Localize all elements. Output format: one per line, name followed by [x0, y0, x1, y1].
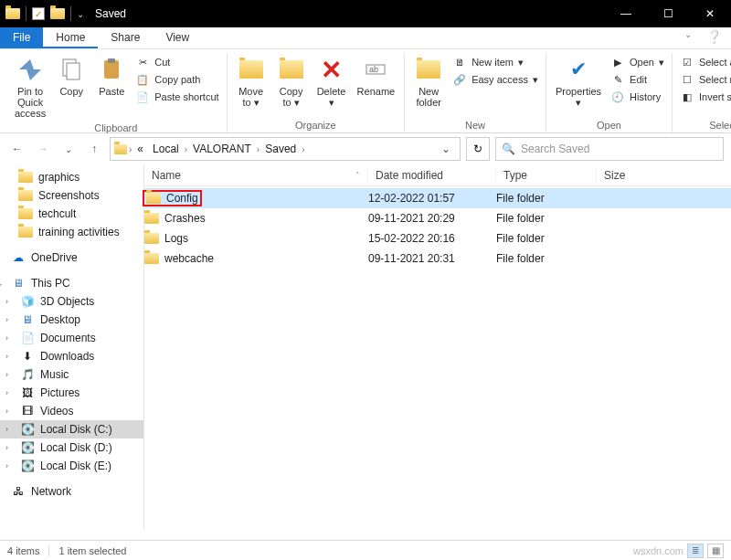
back-button[interactable]: ←: [7, 139, 27, 159]
separator: [26, 6, 26, 21]
file-row[interactable]: Crashes 09-11-2021 20:29 File folder: [144, 208, 731, 228]
sidebar-item-local-disk-e[interactable]: ›💽Local Disk (E:): [0, 457, 143, 475]
search-box[interactable]: 🔍 Search Saved: [495, 137, 724, 161]
edit-button[interactable]: ✎Edit: [610, 72, 664, 87]
new-item-icon: 🗎: [452, 55, 467, 69]
sidebar-item-graphics[interactable]: graphics: [0, 168, 143, 186]
breadcrumb-item[interactable]: Saved: [261, 143, 300, 155]
select-all-button[interactable]: ☑Select all: [680, 55, 731, 69]
main-area: graphics Screenshots techcult training a…: [0, 164, 731, 530]
history-button[interactable]: 🕘History: [610, 90, 664, 104]
status-selected-count: 1 item selected: [58, 545, 126, 556]
column-type[interactable]: Type: [496, 169, 597, 182]
details-view-button[interactable]: ≣: [687, 544, 704, 558]
properties-button[interactable]: ✔ Properties ▾: [550, 53, 607, 111]
edit-icon: ✎: [610, 72, 625, 87]
sidebar-item-documents[interactable]: ›📄Documents: [0, 329, 143, 347]
address-dropdown-icon[interactable]: ⌄: [436, 143, 456, 155]
share-tab[interactable]: Share: [98, 27, 153, 48]
paste-button[interactable]: Paste: [91, 53, 132, 99]
paste-shortcut-button[interactable]: 📄Paste shortcut: [135, 90, 218, 104]
sidebar-item-network[interactable]: ›🖧Network: [0, 482, 143, 501]
view-tab[interactable]: View: [153, 27, 202, 48]
new-folder-button[interactable]: New folder: [408, 53, 449, 110]
column-size[interactable]: Size: [597, 169, 688, 182]
up-button[interactable]: ↑: [84, 139, 104, 159]
sidebar-item-downloads[interactable]: ›⬇Downloads: [0, 347, 143, 365]
group-label: New: [465, 118, 485, 132]
sidebar-item-local-disk-d[interactable]: ›💽Local Disk (D:): [0, 438, 143, 457]
pictures-icon: 🖼: [20, 386, 35, 399]
address-bar[interactable]: › « Local› VALORANT› Saved› ⌄: [110, 137, 461, 161]
qa-checkbox-icon[interactable]: ✓: [32, 7, 45, 20]
sidebar-item-this-pc[interactable]: ⌄🖥This PC: [0, 274, 143, 292]
file-row[interactable]: webcache 09-11-2021 20:31 File folder: [144, 248, 731, 269]
videos-icon: 🎞: [20, 405, 35, 417]
group-select: ☑Select all ☐Select none ◧Invert selecti…: [673, 53, 731, 132]
chevron-down-icon[interactable]: ⌄: [0, 279, 5, 288]
file-tab[interactable]: File: [0, 27, 43, 48]
group-organize: Move to ▾ Copy to ▾ ✕ Delete ▾ ab Rename…: [228, 53, 406, 132]
column-headers[interactable]: Name˄ Date modified Type Size: [144, 164, 731, 186]
forward-button[interactable]: →: [33, 139, 53, 159]
file-row[interactable]: Config 12-02-2022 01:57 File folder: [144, 188, 731, 208]
qa-chevron-icon[interactable]: ⌄: [77, 9, 84, 19]
pin-to-quick-access-button[interactable]: Pin to Quick access: [9, 53, 51, 121]
maximize-button[interactable]: ☐: [647, 0, 689, 27]
select-none-button[interactable]: ☐Select none: [680, 72, 731, 87]
svg-rect-2: [67, 63, 79, 79]
copy-button[interactable]: Copy: [51, 53, 91, 99]
chevron-right-icon[interactable]: ›: [0, 253, 5, 262]
refresh-button[interactable]: ↻: [466, 137, 490, 161]
rename-button[interactable]: ab Rename: [352, 53, 401, 99]
sidebar-item-onedrive[interactable]: ›☁OneDrive: [0, 248, 143, 267]
sidebar-item-desktop[interactable]: ›🖥Desktop: [0, 311, 143, 329]
crumb-ellipsis[interactable]: «: [133, 143, 147, 155]
group-label: Organize: [295, 118, 336, 132]
invert-selection-button[interactable]: ◧Invert selection: [680, 90, 731, 104]
easy-access-icon: 🔗: [452, 72, 467, 87]
sidebar-item-pictures[interactable]: ›🖼Pictures: [0, 384, 143, 402]
column-date[interactable]: Date modified: [368, 169, 496, 182]
copy-to-icon: [277, 55, 306, 84]
copy-path-button[interactable]: 📋Copy path: [135, 72, 218, 87]
navigation-pane[interactable]: graphics Screenshots techcult training a…: [0, 164, 144, 530]
sidebar-item-3d-objects[interactable]: ›🧊3D Objects: [0, 292, 143, 311]
sidebar-item-techcult[interactable]: techcult: [0, 205, 143, 223]
invert-icon: ◧: [680, 90, 694, 104]
select-none-icon: ☐: [680, 72, 694, 87]
history-icon: 🕘: [610, 90, 625, 104]
shortcut-icon: 📄: [135, 90, 150, 104]
sidebar-item-local-disk-c[interactable]: ›💽Local Disk (C:): [0, 420, 143, 438]
breadcrumb-item[interactable]: VALORANT: [189, 143, 255, 155]
recent-dropdown[interactable]: ⌄: [58, 139, 79, 159]
separator: [70, 6, 71, 21]
ribbon-collapse-icon[interactable]: ⌄: [679, 27, 697, 48]
thumbnails-view-button[interactable]: ▦: [707, 544, 724, 558]
copy-to-button[interactable]: Copy to ▾: [271, 53, 312, 111]
qa-folder-icon[interactable]: [50, 8, 65, 19]
sidebar-item-screenshots[interactable]: Screenshots: [0, 186, 143, 205]
svg-text:ab: ab: [369, 65, 378, 74]
close-button[interactable]: ✕: [689, 0, 731, 27]
navigation-bar: ← → ⌄ ↑ › « Local› VALORANT› Saved› ⌄ ↻ …: [0, 133, 731, 164]
breadcrumb-item[interactable]: Local: [149, 143, 183, 155]
cube-icon: 🧊: [20, 295, 35, 308]
move-to-button[interactable]: Move to ▾: [231, 53, 271, 111]
file-row[interactable]: Logs 15-02-2022 20:16 File folder: [144, 228, 731, 248]
address-folder-icon: [114, 144, 127, 154]
new-item-button[interactable]: 🗎New item ▾: [452, 55, 538, 69]
sidebar-item-music[interactable]: ›🎵Music: [0, 365, 143, 384]
sidebar-item-training[interactable]: training activities: [0, 223, 143, 241]
cut-button[interactable]: ✂Cut: [135, 55, 218, 69]
easy-access-button[interactable]: 🔗Easy access ▾: [452, 72, 538, 87]
delete-button[interactable]: ✕ Delete ▾: [312, 53, 352, 111]
home-tab[interactable]: Home: [43, 27, 98, 48]
column-name[interactable]: Name˄: [144, 169, 368, 182]
group-new: New folder 🗎New item ▾ 🔗Easy access ▾ Ne…: [405, 53, 546, 132]
help-icon[interactable]: ❔: [697, 27, 731, 48]
minimize-button[interactable]: —: [605, 0, 647, 27]
sidebar-item-videos[interactable]: ›🎞Videos: [0, 402, 143, 420]
open-button[interactable]: ▶Open ▾: [610, 55, 664, 69]
disk-icon: 💽: [20, 423, 35, 436]
